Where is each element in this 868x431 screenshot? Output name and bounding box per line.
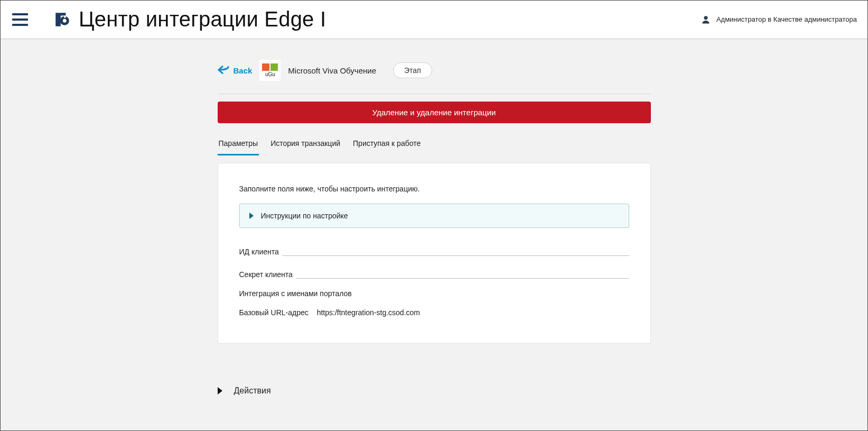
client-id-row: ИД клиента [239,244,629,256]
actions-accordion[interactable]: Действия [218,386,651,396]
panel-intro: Заполните поля ниже, чтобы настроить инт… [239,185,629,193]
base-url-value: https:/ftntegration-stg.csod.com [317,308,420,317]
tab-getting-started[interactable]: Приступая к работе [352,134,422,155]
client-secret-input[interactable] [296,267,629,279]
integration-header: Back uGu Microsoft Viva Обучение Этап [218,60,651,94]
client-secret-label: Секрет клиента [239,270,293,279]
logo-square-orange [262,63,269,71]
topbar: Центр интеграции Edge I Администратор в … [1,1,867,40]
portal-name-label: Интеграция с именами порталов [239,289,352,298]
chevron-right-icon [218,387,222,395]
stage-button[interactable]: Этап [393,62,432,78]
setup-instructions-accordion[interactable]: Инструкции по настройке [239,204,629,228]
back-label: Back [234,66,253,75]
base-url-row: Базовый URL-адрес https:/ftntegration-st… [239,308,629,317]
svg-point-1 [63,19,67,22]
integration-logo: uGu [259,60,281,81]
tab-transaction-history[interactable]: История транзакций [269,134,341,155]
client-id-input[interactable] [282,244,629,256]
delete-integration-button[interactable]: Удаление и удаление интеграции [218,102,651,123]
client-id-label: ИД клиента [239,247,279,256]
integration-name: Microsoft Viva Обучение [288,66,376,75]
user-icon [701,14,711,25]
user-menu[interactable]: Администратор в Качестве администратора [701,14,857,25]
page-title: Центр интеграции Edge I [79,7,326,31]
tab-settings[interactable]: Параметры [218,134,259,155]
accordion-label: Инструкции по настройке [261,212,348,220]
back-arrow-icon [218,65,229,76]
base-url-label: Базовый URL-адрес [239,308,309,317]
logo-square-green [270,63,278,71]
settings-panel: Заполните поля ниже, чтобы настроить инт… [218,163,651,344]
user-label: Администратор в Качестве администратора [716,15,857,23]
tabs: Параметры История транзакций Приступая к… [218,134,651,155]
svg-point-3 [704,16,707,20]
app-logo [53,11,71,29]
actions-label: Действия [234,386,271,396]
page-body: Back uGu Microsoft Viva Обучение Этап Уд… [1,40,867,430]
svg-rect-2 [64,15,66,17]
menu-icon[interactable] [12,13,28,26]
back-button[interactable]: Back [218,65,253,76]
client-secret-row: Секрет клиента [239,267,629,279]
portal-name-row: Интеграция с именами порталов [239,289,629,298]
chevron-right-icon [249,213,254,219]
integration-logo-sub: uGu [265,71,275,77]
